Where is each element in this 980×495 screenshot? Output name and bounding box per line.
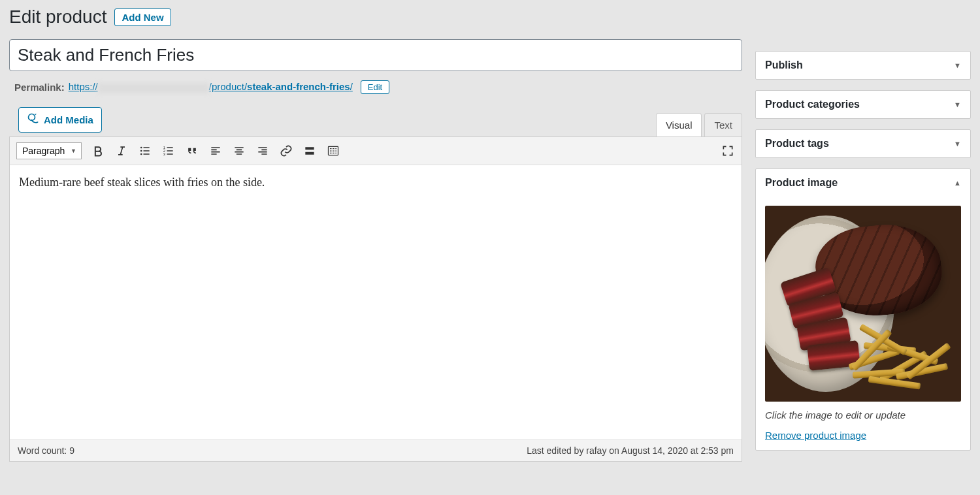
product-image-hint: Click the image to edit or update [765, 409, 961, 421]
page-title: Edit product [9, 7, 106, 27]
svg-point-3 [140, 153, 142, 155]
remove-product-image-link[interactable]: Remove product image [765, 430, 866, 441]
product-image-panel-header[interactable]: Product image ▲ [756, 169, 970, 197]
tags-panel-header[interactable]: Product tags ▼ [756, 130, 970, 157]
bullet-list-icon[interactable] [138, 144, 152, 158]
editor-toolbar: Paragraph 123 [10, 137, 742, 165]
italic-icon[interactable] [114, 144, 129, 158]
bold-icon[interactable] [91, 144, 105, 158]
add-new-button[interactable]: Add New [114, 8, 171, 26]
product-image-thumbnail[interactable] [765, 206, 961, 402]
word-count: Word count: 9 [18, 445, 74, 456]
edit-permalink-button[interactable]: Edit [361, 80, 389, 94]
permalink-link[interactable]: https:///product/steak-and-french-fries/ [69, 81, 353, 93]
product-title-input[interactable] [9, 39, 742, 71]
editor-box: Paragraph 123 Medium-rare beef steak sli… [9, 136, 742, 462]
permalink-domain-redacted [98, 83, 209, 93]
categories-panel-header[interactable]: Product categories ▼ [756, 91, 970, 118]
permalink-label: Permalink: [14, 82, 65, 93]
read-more-icon[interactable] [302, 144, 317, 158]
align-right-icon[interactable] [255, 144, 270, 158]
last-edited: Last edited by rafay on August 14, 2020 … [527, 445, 734, 456]
chevron-up-icon: ▲ [954, 179, 961, 187]
tab-visual[interactable]: Visual [656, 113, 702, 136]
publish-panel-header[interactable]: Publish ▼ [756, 52, 970, 79]
toolbar-toggle-icon[interactable] [326, 144, 340, 158]
chevron-down-icon: ▼ [954, 61, 961, 69]
svg-text:3: 3 [163, 152, 165, 156]
svg-point-1 [140, 147, 142, 149]
editor-content[interactable]: Medium-rare beef steak slices with fries… [10, 165, 742, 439]
format-select[interactable]: Paragraph [16, 142, 82, 159]
chevron-down-icon: ▼ [954, 101, 961, 108]
numbered-list-icon[interactable]: 123 [161, 144, 176, 158]
tab-text[interactable]: Text [704, 113, 742, 136]
permalink-row: Permalink: https:///product/steak-and-fr… [14, 80, 742, 94]
chevron-down-icon: ▼ [954, 140, 961, 148]
add-media-button[interactable]: Add Media [18, 107, 102, 133]
fullscreen-icon[interactable] [721, 144, 735, 158]
link-icon[interactable] [279, 144, 293, 158]
align-left-icon[interactable] [208, 144, 223, 158]
media-icon [27, 112, 40, 127]
blockquote-icon[interactable] [185, 144, 199, 158]
svg-point-2 [140, 150, 142, 152]
align-center-icon[interactable] [232, 144, 246, 158]
